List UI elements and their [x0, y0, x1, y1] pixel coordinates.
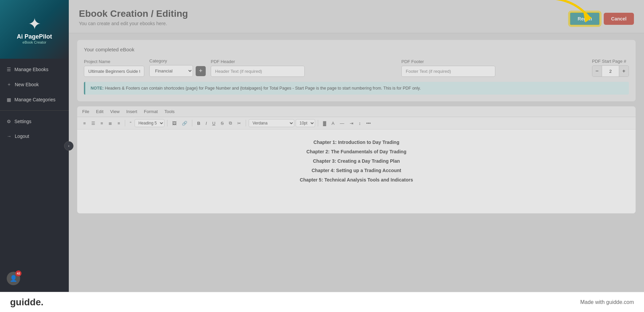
project-name-group: Project Name — [84, 59, 144, 77]
sidebar-label-logout: Logout — [15, 134, 29, 139]
sidebar-nav: ☰ Manage Ebooks ＋ New Ebook ▦ Manage Cat… — [0, 59, 69, 265]
sidebar-item-logout[interactable]: → Logout — [0, 129, 69, 144]
sidebar-item-new-ebook[interactable]: ＋ New Ebook — [0, 77, 69, 92]
header-left: Ebook Creation / Editing You can create … — [79, 8, 188, 26]
toolbar-divider-4 — [246, 120, 246, 126]
more-button[interactable]: ••• — [364, 119, 373, 127]
guidde-tagline: Made with guidde.com — [580, 299, 634, 305]
chapter-4: Chapter 4: Setting up a Trading Account — [91, 168, 622, 173]
content-area: Your completed eBook Project Name Catego… — [69, 33, 644, 292]
align-full-button[interactable]: ≡ — [115, 119, 122, 127]
add-category-button[interactable]: + — [196, 66, 206, 76]
font-select[interactable]: Verdana Arial Times New Roman — [249, 119, 294, 127]
italic-button[interactable]: I — [204, 119, 209, 127]
menu-edit[interactable]: Edit — [96, 109, 103, 114]
page-subtitle: You can create and edit your ebooks here… — [79, 21, 188, 26]
chapter-2: Chapter 2: The Fundamentals of Day Tradi… — [91, 149, 622, 154]
pdf-footer-label: PDF Footer — [401, 59, 587, 64]
note-label: NOTE: — [91, 86, 104, 91]
logo-icon: ✦ — [17, 14, 52, 33]
pdf-start-page-label: PDF Start Page # — [592, 59, 629, 64]
chapter-5: Chapter 5: Technical Analysis Tools and … — [91, 177, 622, 183]
page-title: Ebook Creation / Editing — [79, 8, 188, 19]
guidde-logo-text: guidde. — [10, 297, 44, 307]
guidde-footer: guidde. Made with guidde.com — [0, 292, 644, 312]
pdf-start-page-group: PDF Start Page # − + — [592, 59, 629, 77]
menu-file[interactable]: File — [82, 109, 89, 114]
pdf-start-page-wrap: − + — [592, 65, 629, 77]
hr-button[interactable]: — — [338, 119, 346, 127]
editor-card: File Edit View Insert Format Tools ≡ ☰ ≡… — [77, 106, 636, 213]
logout-icon: → — [7, 134, 11, 139]
sidebar: ✦ Ai PagePilot eBook Creator ☰ Manage Eb… — [0, 0, 69, 292]
pdf-header-input[interactable] — [211, 66, 305, 77]
form-row-main: Project Name Category Financial Business… — [84, 58, 629, 77]
editor-toolbar: ≡ ☰ ≡ ≣ ≡ " Heading 5 Heading 1 Heading … — [77, 117, 636, 129]
underline-button[interactable]: U — [210, 119, 217, 127]
editor-body[interactable]: Chapter 1: Introduction to Day Trading C… — [77, 129, 636, 213]
menu-view[interactable]: View — [110, 109, 119, 114]
logo-text: Ai PagePilot — [17, 33, 52, 41]
sidebar-label-manage-categories: Manage Categories — [14, 97, 55, 102]
pdf-header-label: PDF Header — [211, 59, 396, 64]
align-center-button[interactable]: ☰ — [89, 119, 97, 127]
menu-insert[interactable]: Insert — [126, 109, 137, 114]
page-num-decrement-button[interactable]: − — [592, 65, 602, 77]
font-color-button[interactable]: A — [330, 119, 337, 127]
logo-subtitle: eBook Creator — [17, 40, 52, 44]
heading-select[interactable]: Heading 5 Heading 1 Heading 2 Heading 3 … — [135, 119, 164, 127]
chapter-3: Chapter 3: Creating a Day Trading Plan — [91, 158, 622, 164]
align-justify-button[interactable]: ≣ — [106, 119, 114, 127]
note-text: Headers & Footers can contain shortcodes… — [105, 86, 421, 91]
copy-button[interactable]: ⧉ — [227, 119, 234, 127]
font-size-select[interactable]: 10pt 12pt 14pt — [296, 119, 315, 127]
categories-icon: ▦ — [7, 97, 11, 102]
sidebar-item-manage-ebooks[interactable]: ☰ Manage Ebooks — [0, 62, 69, 77]
line-height-button[interactable]: ↕ — [357, 119, 363, 127]
link-button[interactable]: 🔗 — [180, 119, 189, 127]
blockquote-button[interactable]: " — [128, 119, 134, 127]
sidebar-item-manage-categories[interactable]: ▦ Manage Categories — [0, 92, 69, 107]
strikethrough-button[interactable]: S — [219, 119, 226, 127]
sidebar-logo: ✦ Ai PagePilot eBook Creator — [0, 0, 69, 59]
project-name-label: Project Name — [84, 59, 144, 64]
page-header: Ebook Creation / Editing You can create … — [69, 0, 644, 33]
align-right-button[interactable]: ≡ — [99, 119, 105, 127]
page-num-increment-button[interactable]: + — [619, 65, 629, 77]
image-button[interactable]: 🖼 — [170, 119, 179, 127]
header-actions: Generate Regen Cancel — [531, 12, 634, 26]
chapter-1: Chapter 1: Introduction to Day Trading — [91, 140, 622, 145]
page-num-input[interactable] — [602, 65, 619, 77]
category-group: Category Financial Business Health Techn… — [149, 58, 206, 77]
avatar: 👤 42 — [7, 272, 20, 285]
menu-tools[interactable]: Tools — [164, 109, 175, 114]
align-left-button[interactable]: ≡ — [81, 119, 88, 127]
sidebar-label-manage-ebooks: Manage Ebooks — [14, 67, 48, 72]
pdf-footer-group: PDF Footer — [401, 59, 587, 77]
cut-button[interactable]: ✂ — [235, 119, 243, 127]
menu-format[interactable]: Format — [144, 109, 158, 114]
settings-icon: ⚙ — [7, 119, 11, 124]
toolbar-divider-5 — [318, 120, 318, 126]
toolbar-divider-3 — [192, 120, 192, 126]
sidebar-item-settings[interactable]: ⚙ Settings — [0, 114, 69, 129]
cancel-button[interactable]: Cancel — [604, 13, 634, 25]
toolbar-divider-1 — [125, 120, 125, 126]
category-select-wrap: Financial Business Health Technology Sel… — [149, 65, 206, 77]
category-select[interactable]: Financial Business Health Technology Sel… — [149, 65, 193, 77]
sidebar-label-settings: Settings — [14, 119, 32, 124]
notification-badge: 42 — [15, 270, 21, 276]
indent-button[interactable]: ⇥ — [348, 119, 355, 127]
ebook-card-title: Your completed eBook — [84, 47, 629, 52]
sidebar-collapse-button[interactable]: ‹ — [64, 141, 73, 151]
new-ebook-icon: ＋ — [7, 82, 11, 88]
ebook-card: Your completed eBook Project Name Catego… — [77, 40, 636, 101]
bold-button[interactable]: B — [195, 119, 202, 127]
highlight-button[interactable]: ▓ — [321, 119, 328, 127]
ebooks-icon: ☰ — [7, 67, 11, 72]
toolbar-divider-2 — [167, 120, 167, 126]
regen-button[interactable]: Regen — [569, 12, 600, 26]
main-content: Ebook Creation / Editing You can create … — [69, 0, 644, 292]
pdf-footer-input[interactable] — [401, 66, 495, 77]
project-name-input[interactable] — [84, 66, 144, 77]
